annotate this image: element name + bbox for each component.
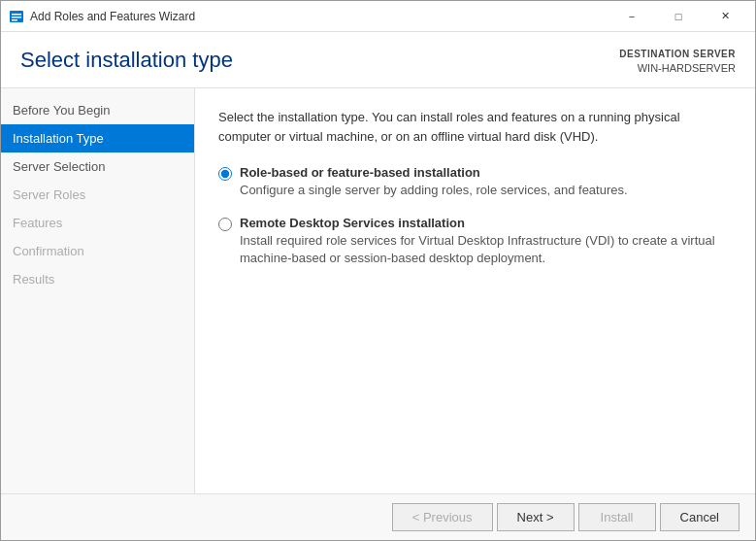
svg-rect-2 xyxy=(12,17,21,18)
sidebar-item-server-roles: Server Roles xyxy=(1,181,194,209)
footer: < Previous Next > Install Cancel xyxy=(1,493,755,540)
main-content: Before You Begin Installation Type Serve… xyxy=(1,88,755,493)
page-header: Select installation type DESTINATION SER… xyxy=(1,32,755,88)
role-based-text: Role-based or feature-based installation… xyxy=(240,165,628,199)
wizard-window: Add Roles and Features Wizard − □ ✕ Sele… xyxy=(0,0,756,541)
maximize-button[interactable]: □ xyxy=(656,1,701,32)
title-bar: Add Roles and Features Wizard − □ ✕ xyxy=(1,1,755,32)
role-based-title: Role-based or feature-based installation xyxy=(240,165,628,180)
cancel-button[interactable]: Cancel xyxy=(660,503,740,531)
sidebar-item-installation-type[interactable]: Installation Type xyxy=(1,124,194,152)
content-area: Select the installation type. You can in… xyxy=(195,88,755,493)
previous-button[interactable]: < Previous xyxy=(392,503,493,531)
remote-desktop-text: Remote Desktop Services installation Ins… xyxy=(240,216,732,267)
svg-rect-1 xyxy=(12,14,21,16)
role-based-label[interactable]: Role-based or feature-based installation… xyxy=(218,165,732,199)
install-button[interactable]: Install xyxy=(578,503,656,531)
window-controls: − □ ✕ xyxy=(609,1,747,32)
next-button[interactable]: Next > xyxy=(497,503,575,531)
remote-desktop-radio[interactable] xyxy=(218,218,232,231)
destination-server: WIN-HARDSERVER xyxy=(619,61,736,76)
title-bar-text: Add Roles and Features Wizard xyxy=(30,10,609,23)
sidebar-item-before-you-begin[interactable]: Before You Begin xyxy=(1,96,194,124)
remote-desktop-label[interactable]: Remote Desktop Services installation Ins… xyxy=(218,216,732,267)
description-text: Select the installation type. You can in… xyxy=(218,108,732,146)
close-button[interactable]: ✕ xyxy=(703,1,747,32)
sidebar-item-confirmation: Confirmation xyxy=(1,237,194,265)
sidebar-item-results: Results xyxy=(1,265,194,293)
role-based-option[interactable]: Role-based or feature-based installation… xyxy=(218,165,732,199)
role-based-description: Configure a single server by adding role… xyxy=(240,182,628,199)
sidebar: Before You Begin Installation Type Serve… xyxy=(1,88,195,493)
page-title: Select installation type xyxy=(20,48,233,73)
installation-options: Role-based or feature-based installation… xyxy=(218,165,732,267)
minimize-button[interactable]: − xyxy=(609,1,654,32)
svg-rect-3 xyxy=(12,19,17,21)
destination-info: DESTINATION SERVER WIN-HARDSERVER xyxy=(619,48,736,76)
destination-label: DESTINATION SERVER xyxy=(619,48,736,61)
remote-desktop-title: Remote Desktop Services installation xyxy=(240,216,732,230)
sidebar-item-server-selection[interactable]: Server Selection xyxy=(1,152,194,181)
remote-desktop-option[interactable]: Remote Desktop Services installation Ins… xyxy=(218,216,732,267)
remote-desktop-description: Install required role services for Virtu… xyxy=(240,232,732,267)
wizard-icon xyxy=(9,9,24,24)
role-based-radio[interactable] xyxy=(218,167,232,181)
sidebar-item-features: Features xyxy=(1,209,194,237)
